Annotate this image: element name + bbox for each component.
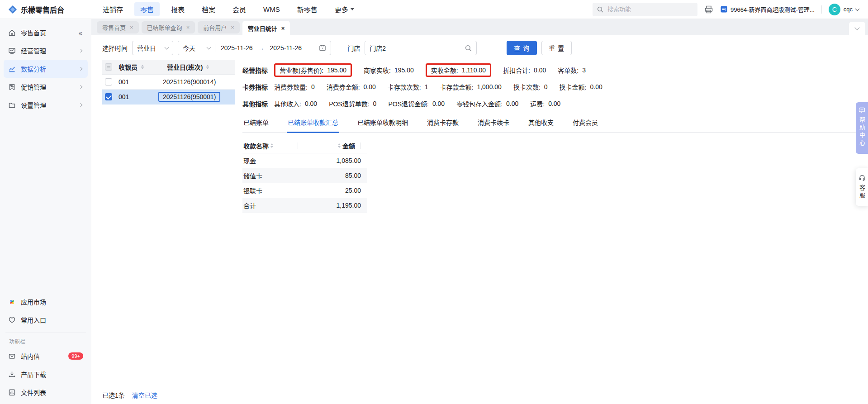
store-select-input[interactable]: 门店2 (365, 41, 477, 55)
search-input[interactable] (607, 5, 693, 13)
nav-wms[interactable]: WMS (257, 3, 286, 15)
sidebar-item-label: 应用市场 (21, 297, 46, 306)
shift-cell: 20251126(900014) (163, 78, 235, 86)
sidebar-item-downloads[interactable]: 产品下载 (4, 365, 88, 383)
select-all-checkbox[interactable] (105, 63, 112, 71)
column-amount[interactable]: 金额 (342, 141, 355, 150)
sidebar-item-messages[interactable]: 站内信 99+ (4, 347, 88, 365)
metric-wallet-deposit: 零钱包存入金额:0.00 (456, 99, 518, 108)
payment-row-stored-value-card[interactable]: 储值卡 85.00 (242, 168, 367, 183)
sidebar-bottom: 应用市场 常用入口 功能栏 站内信 99+ 产品下载 (4, 293, 88, 401)
payment-row-unionpay-card[interactable]: 银联卡 25.00 (242, 183, 367, 198)
date-preset-select[interactable]: 今天 (178, 43, 215, 52)
org-selector[interactable]: 99664-新界面商超版测试-管理... (720, 5, 815, 14)
sidebar-item-label: 零售首页 (21, 28, 46, 37)
nav-more[interactable]: 更多 (329, 2, 360, 16)
payment-summary-table: 收款名称 金额 现金 1,085.00 (242, 138, 367, 213)
logo-text: 乐檬零售后台 (21, 4, 64, 15)
close-icon[interactable]: × (186, 24, 190, 30)
logo-icon (8, 5, 17, 14)
file-list-icon (8, 389, 16, 396)
query-button[interactable]: 查 询 (507, 41, 537, 55)
tab-settled-bill-query[interactable]: 已结账单查询× (142, 21, 195, 33)
customer-service-widget[interactable]: 客服 (856, 168, 868, 206)
top-nav: 进销存 零售 报表 档案 会员 WMS 新零售 更多 (97, 2, 360, 16)
row-checkbox-checked[interactable] (105, 93, 112, 100)
sidebar-item-operation[interactable]: 经营管理 (4, 42, 88, 60)
sidebar-item-label: 站内信 (21, 352, 40, 361)
tab-card-deposit[interactable]: 消费卡存款 (426, 114, 460, 132)
monitor-icon (8, 47, 16, 55)
reset-button[interactable]: 重 置 (541, 41, 572, 55)
metric-pos-return-count: POS退货单数:0 (329, 99, 376, 108)
metric-card-swap-times: 换卡次数:0 (513, 82, 548, 91)
nav-lingshou[interactable]: 零售 (134, 2, 160, 16)
heart-icon (8, 316, 16, 324)
sort-icon[interactable] (141, 63, 144, 71)
payment-row-cash[interactable]: 现金 1,085.00 (242, 153, 367, 168)
row-checkbox[interactable] (105, 78, 112, 86)
sidebar-item-favorites[interactable]: 常用入口 (4, 311, 88, 329)
nav-xinlingshou[interactable]: 新零售 (291, 2, 323, 16)
tab-paid-membership[interactable]: 付费会员 (572, 114, 599, 132)
help-center-label: 帮助中心 (859, 117, 865, 147)
sidebar-item-home[interactable]: 零售首页 « (4, 24, 88, 42)
tab-business-day-stats[interactable]: 营业日统计× (242, 21, 290, 35)
download-icon (8, 371, 16, 378)
global-search[interactable] (593, 3, 697, 16)
tab-settled-bills[interactable]: 已结账单 (242, 114, 270, 132)
sidebar-item-settings[interactable]: 设置管理 (4, 96, 88, 114)
tab-list-dropdown-button[interactable] (849, 22, 865, 35)
clear-selection-link[interactable]: 清空已选 (132, 390, 157, 399)
sidebar-item-file-list[interactable]: 文件列表 (4, 383, 88, 401)
column-cashier[interactable]: 收银员 (119, 62, 138, 71)
folder-icon (8, 101, 16, 109)
metric-ticket-count: 客单数:3 (558, 66, 586, 75)
user-menu[interactable]: C cqc (829, 4, 859, 15)
nav-jinxiaocun[interactable]: 进销存 (97, 2, 129, 16)
nav-dangan[interactable]: 档案 (196, 2, 221, 16)
sidebar: 零售首页 « 经营管理 数据分析 促销管理 (0, 19, 91, 404)
tab-other-income-expense[interactable]: 其他收支 (527, 114, 555, 132)
page-tabbar: 零售首页× 已结账单查询× 前台用户× 营业日统计× (91, 19, 868, 35)
mail-icon (8, 352, 16, 360)
start-date-input[interactable]: 2025-11-26 (215, 44, 258, 52)
tab-retail-home[interactable]: 零售首页× (97, 21, 139, 33)
time-type-select[interactable]: 营业日 (132, 41, 173, 55)
tab-frontdesk-users[interactable]: 前台用户× (198, 21, 240, 33)
close-icon[interactable]: × (281, 25, 285, 31)
nav-huiyuan[interactable]: 会员 (227, 2, 252, 16)
tab-card-renew[interactable]: 消费卡续卡 (477, 114, 510, 132)
sort-icon[interactable] (206, 63, 209, 71)
topbar-right: 99664-新界面商超版测试-管理... C cqc (593, 3, 859, 16)
calendar-icon[interactable] (319, 44, 326, 52)
stats-panel: 经营指标 营业额(券售价):195.00 商家实收:195.00 实收金额:1,… (235, 60, 868, 404)
app-logo[interactable]: 乐檬零售后台 (8, 4, 94, 15)
printer-icon[interactable] (704, 5, 713, 14)
tab-settled-payment-detail[interactable]: 已结账单收款明细 (356, 114, 409, 132)
shift-row[interactable]: 001 20251126(900014) (102, 75, 235, 90)
end-date-input[interactable]: 2025-11-26 (265, 44, 308, 52)
sidebar-item-promotion[interactable]: 促销管理 (4, 78, 88, 96)
sidebar-item-app-market[interactable]: 应用市场 (4, 293, 88, 311)
line-chart-icon (8, 65, 16, 73)
close-icon[interactable]: × (231, 24, 234, 30)
help-center-widget[interactable]: 帮助中心 (856, 102, 868, 154)
tab-settled-payment-summary[interactable]: 已结账单收款汇总 (287, 114, 339, 133)
avatar: C (829, 4, 840, 15)
sort-icon[interactable] (270, 142, 273, 149)
store-filter-label: 门店 (347, 43, 360, 52)
sidebar-item-label: 数据分析 (21, 64, 46, 73)
chat-icon (859, 107, 865, 114)
metric-merchant-received: 商家实收:195.00 (364, 66, 414, 75)
nav-baobiao[interactable]: 报表 (165, 2, 190, 16)
topbar: 乐檬零售后台 进销存 零售 报表 档案 会员 WMS 新零售 更多 99664-… (0, 0, 868, 19)
close-icon[interactable]: × (130, 24, 133, 30)
metric-discount-total: 折扣合计:0.00 (503, 66, 546, 75)
column-business-day[interactable]: 营业日(班次) (167, 62, 203, 71)
column-payment-name[interactable]: 收款名称 (243, 141, 269, 150)
shift-row-selected[interactable]: 001 20251126(950001) (102, 90, 235, 105)
collapse-sidebar-icon[interactable]: « (79, 29, 82, 37)
sidebar-item-data-analysis[interactable]: 数据分析 (4, 60, 88, 78)
sort-icon[interactable] (338, 142, 341, 149)
